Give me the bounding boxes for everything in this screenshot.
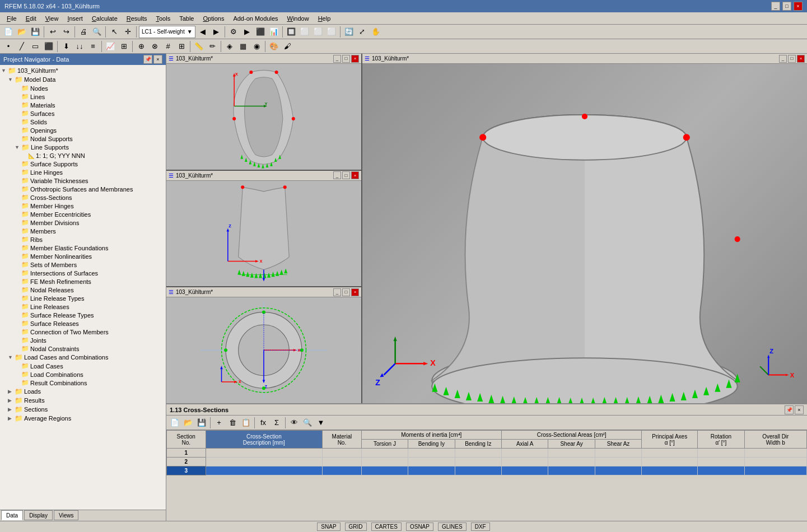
row-3-pa[interactable]	[642, 466, 698, 475]
table-row[interactable]: 2	[167, 458, 807, 466]
vp-maximize-3[interactable]: □	[342, 288, 350, 296]
row-1-mat[interactable]	[323, 449, 362, 458]
row-1-torsion[interactable]	[361, 449, 408, 458]
vp-content-2[interactable]: X Z	[166, 181, 361, 287]
open-icon[interactable]: 📂	[16, 26, 28, 38]
tree-item-33[interactable]: 📁Nodal Constraints	[1, 344, 165, 353]
row-3-mat[interactable]	[323, 466, 362, 475]
main-vp-maximize[interactable]: □	[788, 55, 796, 63]
status-grid[interactable]: GRID	[345, 522, 367, 531]
row-2-biz[interactable]	[455, 458, 501, 466]
grid-icon[interactable]: #	[162, 40, 174, 53]
tree-item-10[interactable]: 📐1: 1; G; YYY NNN	[1, 152, 165, 160]
tree-item-41[interactable]: ▶📁Average Regions	[1, 414, 165, 423]
nav-pin-button[interactable]: 📌	[143, 55, 152, 64]
line-icon[interactable]: ╱	[16, 40, 28, 53]
tree-item-7[interactable]: 📁Openings	[1, 126, 165, 134]
tree-item-40[interactable]: ▶📁Sections	[1, 405, 165, 414]
tree-item-5[interactable]: 📁Surfaces	[1, 109, 165, 118]
tree-item-34[interactable]: ▼📁Load Cases and Combinations	[1, 353, 165, 362]
row-2-torsion[interactable]	[361, 458, 408, 466]
main-vp-minimize[interactable]: _	[779, 55, 787, 63]
row-1-biz[interactable]	[455, 449, 501, 458]
row-1-pa[interactable]	[642, 449, 698, 458]
view1-icon[interactable]: 🔲	[285, 26, 297, 38]
row-1-rot[interactable]	[698, 449, 744, 458]
render2-icon[interactable]: ▦	[237, 40, 249, 53]
view3-icon[interactable]: ⬜	[312, 26, 324, 38]
next-load-icon[interactable]: ▶	[210, 26, 222, 38]
vp-close-1[interactable]: ×	[351, 55, 359, 63]
row-2-axial[interactable]	[501, 458, 548, 466]
bt-delete-icon[interactable]: 🗑	[226, 417, 239, 429]
row-1-width[interactable]	[744, 449, 806, 458]
row-3-biy[interactable]	[408, 466, 455, 475]
tree-item-31[interactable]: 📁Connection of Two Members	[1, 328, 165, 336]
tree-item-39[interactable]: ▶📁Results	[1, 396, 165, 405]
print-icon[interactable]: 🖨	[77, 26, 90, 38]
row-2-rot[interactable]	[698, 458, 744, 466]
undo-icon[interactable]: ↩	[46, 26, 59, 38]
pan-icon[interactable]: ✋	[370, 26, 382, 38]
bottom-panel-pin[interactable]: 📌	[785, 405, 794, 414]
row-2-pa[interactable]	[642, 458, 698, 466]
solid-icon[interactable]: ⬛	[43, 40, 55, 53]
tree-item-28[interactable]: 📁Line Releases	[1, 302, 165, 311]
menu-results[interactable]: Results	[122, 14, 152, 23]
move-icon[interactable]: ✛	[122, 26, 134, 38]
bottom-panel-close[interactable]: ×	[795, 405, 804, 414]
menu-options[interactable]: Options	[198, 14, 228, 23]
tree-item-36[interactable]: 📁Load Combinations	[1, 370, 165, 379]
row-1-axial[interactable]	[501, 449, 548, 458]
vp-content-1[interactable]: Y X	[166, 64, 361, 170]
row-1-biy[interactable]	[408, 449, 455, 458]
tree-item-29[interactable]: 📁Surface Release Types	[1, 311, 165, 319]
vp-content-3[interactable]: X Z X	[166, 297, 361, 403]
tree-item-19[interactable]: 📁Members	[1, 227, 165, 235]
save-icon[interactable]: 💾	[29, 26, 41, 38]
close-button[interactable]: ×	[794, 2, 803, 11]
bt-new-icon[interactable]: 📄	[169, 417, 181, 429]
tree-item-13[interactable]: 📁Variable Thicknesses	[1, 176, 165, 185]
tree-item-23[interactable]: 📁Sets of Members	[1, 260, 165, 269]
status-osnap[interactable]: OSNAP	[406, 522, 433, 531]
table-row-selected[interactable]: 3	[167, 466, 807, 475]
row-1-desc[interactable]	[206, 449, 323, 458]
tree-item-12[interactable]: 📁Line Hinges	[1, 168, 165, 176]
tree-item-16[interactable]: 📁Member Hinges	[1, 202, 165, 210]
tree-item-18[interactable]: 📁Member Divisions	[1, 218, 165, 227]
nav-tab-display[interactable]: Display	[24, 510, 53, 520]
tree-item-15[interactable]: 📁Cross-Sections	[1, 193, 165, 202]
menu-tools[interactable]: Tools	[151, 14, 175, 23]
tree-item-17[interactable]: 📁Member Eccentricities	[1, 210, 165, 218]
load-node-icon[interactable]: ⬇	[60, 40, 72, 53]
load-surface-icon[interactable]: ≡	[87, 40, 99, 53]
tree-item-4[interactable]: 📁Materials	[1, 101, 165, 109]
tree-item-26[interactable]: 📁Nodal Releases	[1, 286, 165, 294]
row-3-rot[interactable]	[698, 466, 744, 475]
color1-icon[interactable]: 🎨	[268, 40, 280, 53]
main-vp-content[interactable]: X Z X	[362, 64, 807, 403]
menu-addon[interactable]: Add-on Modules	[228, 14, 282, 23]
tree-item-8[interactable]: 📁Nodal Supports	[1, 134, 165, 143]
snap2-icon[interactable]: ⊗	[148, 40, 161, 53]
zoom-icon[interactable]: 🔍	[91, 26, 103, 38]
row-3-width[interactable]	[744, 466, 806, 475]
render1-icon[interactable]: ◈	[223, 40, 236, 53]
prev-load-icon[interactable]: ◀	[197, 26, 209, 38]
tree-item-22[interactable]: 📁Member Nonlinearities	[1, 252, 165, 260]
calc4-icon[interactable]: 📊	[268, 26, 280, 38]
render3-icon[interactable]: ◉	[250, 40, 263, 53]
tree-item-30[interactable]: 📁Surface Releases	[1, 319, 165, 328]
vp-minimize-3[interactable]: _	[333, 288, 341, 296]
bt-copy-icon[interactable]: 📋	[240, 417, 252, 429]
surface-icon[interactable]: ▭	[29, 40, 41, 53]
nav-tab-views[interactable]: Views	[54, 510, 79, 520]
tree-item-20[interactable]: 📁Ribs	[1, 235, 165, 244]
annotate-icon[interactable]: ✏	[206, 40, 218, 53]
tree-item-3[interactable]: 📁Lines	[1, 92, 165, 101]
tree-item-9[interactable]: ▼📁Line Supports	[1, 143, 165, 152]
calc3-icon[interactable]: ⬛	[254, 26, 267, 38]
minimize-button[interactable]: _	[771, 2, 780, 11]
calc2-icon[interactable]: ▶	[241, 26, 253, 38]
